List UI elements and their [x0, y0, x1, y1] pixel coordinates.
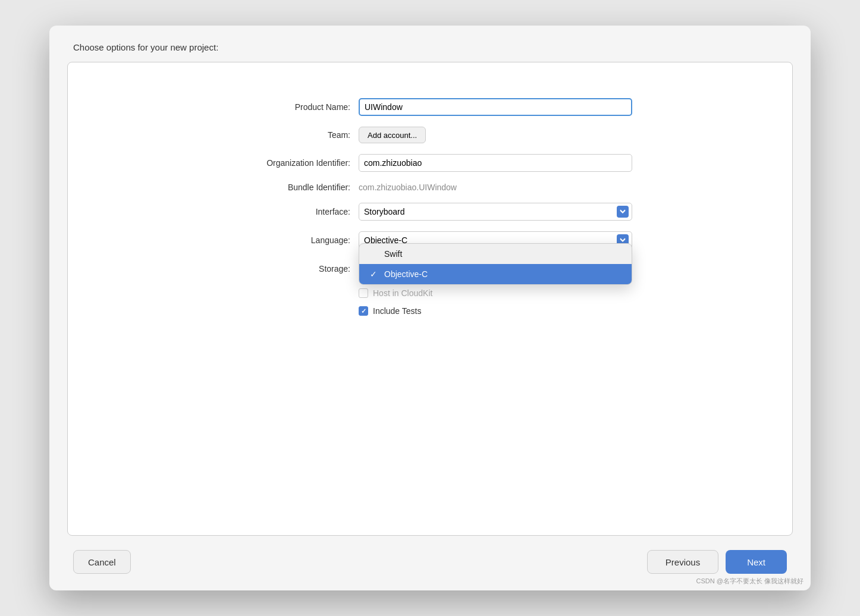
- dropdown-item-objc[interactable]: ✓ Objective-C: [359, 264, 632, 284]
- language-label: Language:: [228, 235, 359, 245]
- bundle-id-value: com.zhizuobiao.UIWindow: [359, 183, 632, 192]
- include-tests-label: Include Tests: [373, 306, 421, 316]
- org-id-label: Organization Identifier:: [228, 158, 359, 168]
- org-id-row: Organization Identifier:: [228, 154, 632, 172]
- team-row: Team: Add account...: [228, 127, 632, 143]
- host-cloudkit-checkbox[interactable]: [359, 288, 368, 298]
- new-project-dialog: Choose options for your new project: Pro…: [49, 26, 811, 590]
- footer-right-buttons: Previous Next: [647, 550, 787, 574]
- interface-select-wrapper: Storyboard: [359, 203, 632, 221]
- org-id-input[interactable]: [359, 154, 632, 172]
- swift-label: Swift: [384, 249, 402, 259]
- form-area: Product Name: Team: Add account... Organ…: [92, 98, 768, 324]
- cancel-button[interactable]: Cancel: [73, 550, 131, 574]
- dialog-title: Choose options for your new project:: [73, 42, 218, 52]
- storage-label: Storage:: [228, 264, 359, 274]
- include-tests-row: Include Tests: [228, 306, 632, 316]
- dropdown-item-swift[interactable]: Swift: [359, 244, 632, 264]
- bundle-id-label: Bundle Identifier:: [228, 183, 359, 192]
- previous-button[interactable]: Previous: [647, 550, 718, 574]
- product-name-input[interactable]: [359, 98, 632, 116]
- product-name-row: Product Name:: [228, 98, 632, 116]
- interface-label: Interface:: [228, 207, 359, 216]
- host-cloudkit-label: Host in CloudKit: [373, 288, 432, 298]
- team-label: Team:: [228, 130, 359, 140]
- language-row: Language: Objective-C Swift: [228, 231, 632, 249]
- objc-check: ✓: [370, 269, 379, 279]
- objc-label: Objective-C: [384, 269, 428, 279]
- interface-row: Interface: Storyboard: [228, 203, 632, 221]
- interface-select[interactable]: Storyboard: [359, 203, 632, 221]
- add-account-button[interactable]: Add account...: [359, 127, 426, 143]
- host-cloudkit-row: Host in CloudKit: [228, 288, 632, 298]
- include-tests-checkbox[interactable]: [359, 306, 368, 316]
- product-name-label: Product Name:: [228, 102, 359, 112]
- swift-check: [370, 249, 379, 259]
- language-dropdown-popup: Swift ✓ Objective-C: [359, 243, 632, 285]
- next-button[interactable]: Next: [726, 550, 787, 574]
- dialog-content-area: Product Name: Team: Add account... Organ…: [67, 62, 793, 536]
- watermark-text: CSDN @名字不要太长 像我这样就好: [696, 577, 803, 586]
- bundle-id-row: Bundle Identifier: com.zhizuobiao.UIWind…: [228, 183, 632, 192]
- dialog-header: Choose options for your new project:: [49, 26, 811, 62]
